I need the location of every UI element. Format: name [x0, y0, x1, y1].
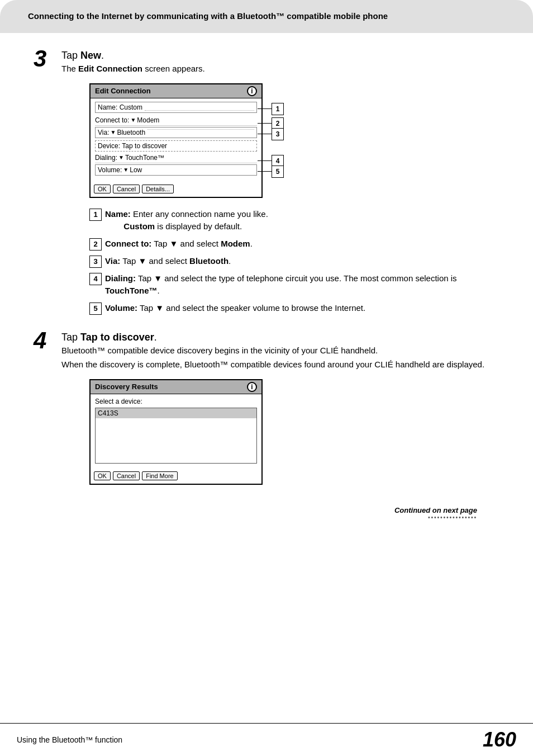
- ok-button[interactable]: OK: [94, 185, 111, 193]
- list-num-4: 4: [89, 273, 102, 285]
- step-4-prefix: Tap: [61, 332, 80, 343]
- list-item-5: 5 Volume: Tap ▼ and select the speaker v…: [89, 302, 499, 315]
- name-label: Name:: [98, 103, 117, 111]
- step-3-desc-bold: Edit Connection: [78, 64, 142, 73]
- dialing-value: TouchTone™: [125, 154, 164, 162]
- discovery-ok-button[interactable]: OK: [94, 471, 111, 480]
- device-value: Tap to discover: [122, 142, 167, 150]
- device-label: Device:: [98, 142, 120, 150]
- connect-label: Connect to:: [95, 116, 129, 124]
- info-icon: i: [247, 86, 257, 96]
- discovery-body: Select a device: C413S: [91, 394, 261, 469]
- details-button[interactable]: Details...: [142, 185, 174, 193]
- volume-value: Low: [130, 166, 142, 174]
- continued-text: Continued on next page: [34, 506, 477, 514]
- list-item-1: 1 Name: Enter any connection name you li…: [89, 208, 499, 233]
- step-3-title-suffix: .: [101, 50, 104, 61]
- list-text-4: Dialing: Tap ▼ and select the type of te…: [105, 272, 499, 297]
- screen-buttons: OK Cancel Details...: [91, 182, 261, 197]
- header-bar: Connecting to the Internet by communicat…: [0, 0, 533, 33]
- step-4-number: 4: [34, 329, 61, 352]
- device-item-1[interactable]: C413S: [96, 408, 256, 418]
- footer-right: 160: [483, 728, 516, 752]
- custom-text: Custom: [123, 221, 155, 231]
- continued-section: Continued on next page ••••••••••••••••: [34, 506, 499, 521]
- list-num-2: 2: [89, 238, 102, 251]
- label-1: Name:: [105, 209, 131, 219]
- via-row: Via: ▼ Bluetooth: [95, 127, 257, 138]
- list-text-5: Volume: Tap ▼ and select the speaker vol…: [105, 302, 499, 315]
- volume-label: Volume:: [98, 166, 122, 174]
- discovery-cancel-button[interactable]: Cancel: [113, 471, 140, 480]
- list-item-3: 3 Via: Tap ▼ and select Bluetooth.: [89, 255, 499, 268]
- discovery-screen: Discovery Results i Select a device: C41…: [89, 379, 263, 485]
- device-list: C413S: [95, 408, 257, 464]
- step-3: 3 Tap New. The Edit Connection screen ap…: [34, 50, 499, 320]
- discovery-title: Discovery Results: [95, 382, 158, 391]
- list-num-3: 3: [89, 256, 102, 268]
- continued-dots: ••••••••••••••••: [34, 514, 477, 521]
- label-4: Dialing:: [105, 273, 136, 283]
- callout-3: 3: [272, 128, 284, 140]
- header-text: Connecting to the Internet by communicat…: [28, 10, 516, 23]
- dialing-label: Dialing:: [95, 154, 117, 162]
- step-3-number: 3: [34, 47, 61, 70]
- discovery-title-bar: Discovery Results i: [91, 380, 261, 394]
- step-4-bold: Tap to discover: [80, 332, 154, 343]
- footer-left: Using the Bluetooth™ function: [17, 735, 122, 744]
- list-num-5: 5: [89, 303, 102, 315]
- connect-row: Connect to: ▼ Modem: [95, 116, 257, 126]
- label-2: Connect to:: [105, 239, 151, 248]
- discovery-buttons: OK Cancel Find More: [91, 469, 261, 484]
- step-3-desc: The Edit Connection screen appears.: [61, 64, 499, 73]
- screen-body: Name: Custom 1 Connect to:: [91, 98, 261, 182]
- cancel-button[interactable]: Cancel: [113, 185, 140, 193]
- label-5: Volume:: [105, 303, 137, 313]
- connect-value: Modem: [137, 116, 159, 124]
- volume-row: Volume: ▼ Low: [95, 164, 257, 176]
- footer: Using the Bluetooth™ function 160: [0, 723, 533, 756]
- step-3-title: Tap New.: [61, 50, 499, 62]
- step-4-desc2: When the discovery is complete, Bluetoot…: [61, 360, 499, 369]
- list-text-3: Via: Tap ▼ and select Bluetooth.: [105, 255, 499, 268]
- main-content: 3 Tap New. The Edit Connection screen ap…: [0, 33, 533, 565]
- step-4-content: Tap Tap to discover. Bluetooth™ compatib…: [61, 332, 499, 495]
- name-row: Name: Custom: [95, 102, 257, 113]
- step-4-title: Tap Tap to discover.: [61, 332, 499, 343]
- list-text-2: Connect to: Tap ▼ and select Modem.: [105, 238, 499, 251]
- via-value: Bluetooth: [117, 129, 145, 136]
- step-3-content: Tap New. The Edit Connection screen appe…: [61, 50, 499, 320]
- callout-1: 1: [272, 103, 284, 115]
- step-4: 4 Tap Tap to discover. Bluetooth™ compat…: [34, 332, 499, 495]
- step-3-desc-suffix: screen appears.: [142, 64, 205, 73]
- numbered-list: 1 Name: Enter any connection name you li…: [89, 208, 499, 315]
- screen-title: Edit Connection: [95, 87, 151, 95]
- list-text-1: Name: Enter any connection name you like…: [105, 208, 499, 233]
- step-4-desc1: Bluetooth™ compatible device discovery b…: [61, 346, 499, 355]
- dialing-row: Dialing: ▼ TouchTone™: [95, 154, 257, 163]
- discovery-info-icon: i: [247, 382, 257, 392]
- edit-connection-screen: Edit Connection i Name: Custom: [89, 83, 263, 198]
- via-label: Via:: [98, 129, 109, 136]
- screen-title-bar: Edit Connection i: [91, 84, 261, 98]
- step-3-title-prefix: Tap: [61, 50, 80, 61]
- name-value: Custom: [120, 103, 142, 111]
- list-item-4: 4 Dialing: Tap ▼ and select the type of …: [89, 272, 499, 297]
- step-3-desc-prefix: The: [61, 64, 78, 73]
- callout-5: 5: [272, 166, 284, 178]
- label-3: Via:: [105, 256, 120, 266]
- list-num-1: 1: [89, 209, 102, 221]
- select-label: Select a device:: [95, 398, 257, 405]
- step-3-title-bold: New: [80, 50, 101, 61]
- list-item-2: 2 Connect to: Tap ▼ and select Modem.: [89, 238, 499, 251]
- step-4-suffix: .: [154, 332, 157, 343]
- device-row: Device: Tap to discover: [95, 140, 257, 152]
- discovery-find-more-button[interactable]: Find More: [142, 471, 178, 480]
